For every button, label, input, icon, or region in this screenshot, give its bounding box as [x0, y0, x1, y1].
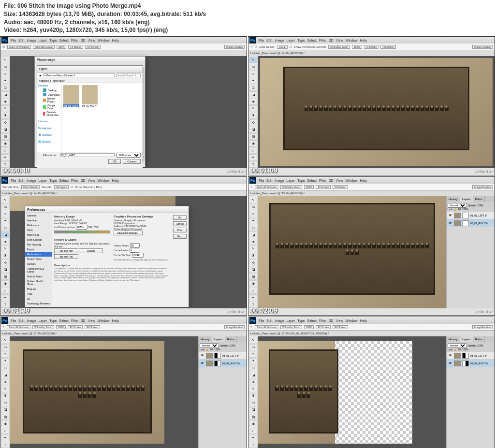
menubar[interactable]: Ps FileEditImageLayerTypeSelectFilter3DV…	[248, 317, 495, 324]
layer-2[interactable]: 👁03_01_RIGHT.tif	[447, 360, 495, 367]
eyedropper-tool[interactable]: ◢	[1, 91, 10, 98]
tab-bar	[0, 50, 247, 56]
search-input[interactable]	[116, 73, 141, 77]
layer-1[interactable]: 👁03_01_LEFT.tif	[447, 212, 495, 219]
marquee-tool[interactable]: ▭	[1, 64, 10, 70]
fill-screen-button[interactable]: Fill Screen	[380, 45, 396, 49]
cache-tile-input[interactable]	[132, 253, 144, 258]
crop-tool[interactable]: ⊡	[1, 85, 10, 91]
pen-tool[interactable]: ✒	[1, 154, 10, 160]
filter-select[interactable]: All Formats	[116, 153, 141, 158]
blend-select[interactable]: Normal	[448, 343, 467, 348]
layer-1[interactable]: 👁03_01_LEFT.tif	[447, 352, 495, 360]
options-bar[interactable]: ↖ ☑Auto-Select: Group ☐Show Transform Co…	[248, 43, 495, 50]
blend-select[interactable]: Normal	[448, 203, 467, 208]
brush-tool[interactable]: ✎	[1, 105, 10, 112]
default-button[interactable]: Default	[79, 248, 103, 253]
path-field[interactable]: « Exercise Files » Chapter 3	[43, 73, 115, 77]
menubar[interactable]: Ps FileEditImageLayerTypeSelectFilter3DV…	[0, 37, 247, 43]
scrubby-zoom-check[interactable]: ☑ Scrubby Zoom	[328, 45, 350, 49]
menubar[interactable]: Ps FileEditImageLayerTypeSelectFilter3DV…	[0, 177, 247, 184]
tab-bar[interactable]: Untitled_Panorama1 @ 25.1% (RGB/8#) *	[248, 190, 495, 196]
eraser-tool[interactable]: ◪	[1, 127, 10, 133]
toolbar[interactable]: ↖▭⊃✦⊡◢✚✎♜⟲◪▤◉☾✒T	[0, 336, 10, 448]
panel-tabs[interactable]: History Layers Paths	[447, 196, 495, 202]
lasso-tool[interactable]: ⊃	[1, 71, 10, 77]
toolbar[interactable]: ↖▭⊃✦⊡◢✚✎♜⟲◪▤◉☾✒T	[248, 56, 258, 168]
menubar[interactable]: Ps FileEditImageLayerTypeSelectFilter3DV…	[0, 317, 247, 324]
new-folder-button[interactable]: New folder	[53, 79, 65, 82]
open-sidebar: Favorites Desktop Downloads Recent Place…	[37, 83, 61, 152]
sb-cloud[interactable]: Creative Cloud Files	[37, 110, 61, 117]
image-rotation-button[interactable]: Image Rotation	[224, 45, 245, 49]
prefs-nav[interactable]: GeneralInterfaceWorkspaceToolsHistory Lo…	[25, 213, 52, 307]
layers-panel: History Layers Paths Normal Opacity: 100…	[198, 336, 247, 448]
photomerge-title: Photomerge	[35, 57, 145, 63]
blur-tool[interactable]: ◉	[1, 140, 10, 146]
menubar[interactable]: Ps FileEditImageLayerTypeSelectFilter3DV…	[248, 37, 495, 43]
hist-states-input[interactable]	[130, 243, 140, 248]
heal-tool[interactable]: ✚	[1, 99, 10, 105]
frame-1: Ps FileEditImageLayerTypeSelectFilter3DV…	[0, 36, 247, 175]
menubar[interactable]: Ps FileEditImageLayerTypeSelectFilter3DV…	[248, 177, 495, 184]
scrubby-zoom-check[interactable]: ☑ Scrubby Zoom	[33, 45, 55, 49]
photoshop-icon: Ps	[249, 37, 256, 43]
options-bar[interactable]: ▭ Zoom All Windows ☑ Scrubby Zoom 100% F…	[0, 43, 247, 50]
gradient-tool[interactable]: ▤	[1, 133, 10, 140]
filename-input[interactable]	[60, 153, 115, 157]
layer-2[interactable]: 👁03_01_RIGHT.tif	[199, 360, 247, 367]
tab-bar[interactable]: Untitled_Panorama1 @ 14.1% (RGB/8#) *	[0, 190, 247, 196]
file-thumb-1[interactable]: 03_01_LEFT	[63, 85, 79, 107]
options-bar[interactable]: Sample Size:Point Sample Sample:All Laye…	[0, 184, 247, 190]
layer-2[interactable]: 👁03_01_RIGHT.tif	[447, 219, 495, 227]
sb-downloads[interactable]: Downloads	[37, 92, 61, 97]
prefs-nav-performance[interactable]: Performance	[25, 252, 52, 257]
prefs-prev-button[interactable]: Prev	[173, 228, 187, 232]
nav-back-icon[interactable]: ◀	[39, 74, 41, 77]
open-cancel-button[interactable]: Cancel	[123, 159, 141, 164]
visibility-icon[interactable]: 👁	[448, 213, 452, 218]
options-bar[interactable]: ↖ Zoom All Windows ☑ Scrubby Zoom 100% F…	[248, 184, 495, 190]
stamp-tool[interactable]: ♜	[1, 113, 10, 119]
ram-slider[interactable]	[54, 231, 110, 233]
zoom-all-button[interactable]: Zoom All Windows	[7, 45, 31, 49]
cache-levels-input[interactable]	[130, 248, 139, 253]
tab-bar[interactable]: Untitled_Panorama1 @ 17.3% (RGB/8#) *	[0, 331, 247, 336]
ram-input[interactable]	[76, 225, 87, 230]
history-brush-tool[interactable]: ⟲	[1, 119, 10, 126]
big-flat-button[interactable]: Big and Flat	[54, 254, 78, 259]
file-thumb-2[interactable]: 03_01_RIGHT	[82, 85, 98, 107]
move-tool[interactable]: ↖	[1, 57, 10, 63]
layer-1[interactable]: 👁03_01_LEFT.tif	[199, 352, 247, 360]
panel-tabs[interactable]: History Layers Paths	[199, 336, 247, 342]
options-bar[interactable]: ↖ Zoom All Windows ☑ Scrubby Zoom 100% F…	[0, 324, 247, 331]
tab-bar[interactable]: Untitled_Panorama1 @ 14.1% (RGB/8#) *	[248, 50, 495, 56]
toolbar[interactable]: ↖▭⊃✦⊡◢✚✎♜⟲◪▤◉☾✒T	[248, 336, 258, 448]
prefs-cancel-button[interactable]: Cancel	[173, 221, 187, 226]
fit-screen-button[interactable]: Fit Screen	[364, 45, 379, 49]
sb-recent[interactable]: Recent Places	[37, 97, 61, 103]
100pct-button[interactable]: 100%	[57, 45, 67, 49]
100pct-button[interactable]: 100%	[352, 45, 362, 49]
blend-select[interactable]: Normal	[200, 343, 219, 348]
toolbar[interactable]: ↖▭⊃✦⊡◢✚✎♜⟲◪▤◉☾✒T	[0, 196, 10, 308]
frame-3: Ps FileEditImageLayerTypeSelectFilter3DV…	[0, 176, 247, 316]
toolbar[interactable]: ↖▭⊃✦⊡◢✚✎♜⟲◪▤◉☾✒T	[248, 196, 258, 308]
sb-desktop[interactable]: Desktop	[37, 88, 61, 92]
gpu-adv-button[interactable]: Advanced Settings...	[114, 231, 143, 235]
panel-tabs[interactable]: History Layers Paths	[447, 336, 495, 342]
toolbar[interactable]: ↖▭⊃✦⊡◢✚✎♜⟲◪▤◉☾✒T	[0, 56, 10, 168]
dodge-tool[interactable]: ☾	[1, 147, 10, 154]
sb-gdrive[interactable]: Google Drive	[37, 103, 61, 110]
fit-screen-button[interactable]: Fit Screen	[68, 45, 83, 49]
prefs-ok-button[interactable]: OK	[173, 215, 187, 220]
prefs-next-button[interactable]: Next	[173, 234, 187, 239]
visibility-icon[interactable]: 👁	[448, 221, 452, 226]
wand-tool[interactable]: ✦	[1, 78, 10, 84]
options-bar[interactable]: ↖ Zoom All Windows ☑ Scrubby Zoom 100% F…	[248, 324, 495, 331]
tab-bar[interactable]: Untitled_Panorama1 @ 17.3% (03_01_RIGHT-…	[248, 331, 495, 336]
tall-thin-button[interactable]: Tall and Thin	[54, 248, 78, 253]
fill-screen-button[interactable]: Fill Screen	[85, 45, 101, 49]
open-ok-button[interactable]: OK	[108, 159, 121, 164]
organize-menu[interactable]: Organize ▾	[39, 79, 51, 82]
